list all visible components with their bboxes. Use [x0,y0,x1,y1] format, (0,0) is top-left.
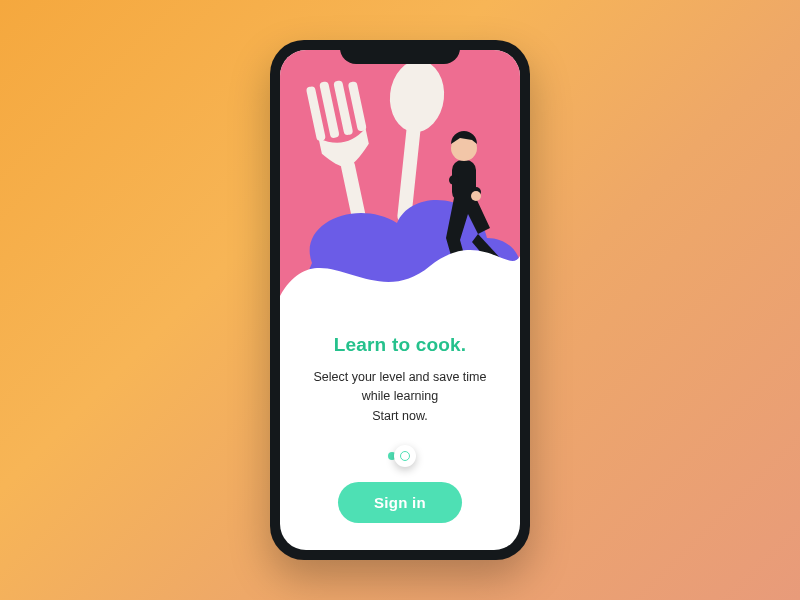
onboarding-title: Learn to cook. [334,334,467,356]
onboarding-subtitle: Select your level and save time while le… [313,368,486,426]
svg-point-5 [386,58,447,135]
app-screen: Learn to cook. Select your level and sav… [280,50,520,550]
subtitle-line: Select your level and save time [313,368,486,387]
hero-illustration [280,50,520,325]
sign-in-button[interactable]: Sign in [338,482,462,523]
subtitle-line: Start now. [313,407,486,426]
hero-wave-divider [280,166,520,325]
pager-knob[interactable] [394,445,416,467]
phone-notch [340,40,460,64]
onboarding-panel: Learn to cook. Select your level and sav… [280,310,520,550]
subtitle-line: while learning [313,387,486,406]
phone-frame: Learn to cook. Select your level and sav… [270,40,530,560]
page-indicator[interactable] [388,452,412,460]
